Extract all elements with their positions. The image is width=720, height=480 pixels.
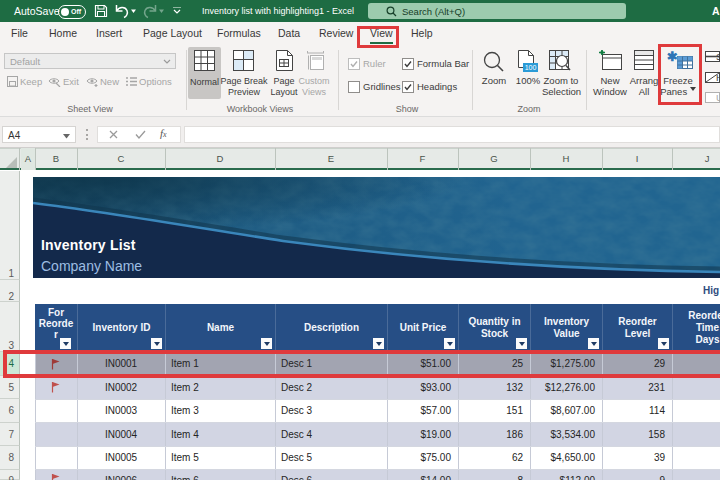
svg-text:100: 100: [525, 64, 537, 71]
